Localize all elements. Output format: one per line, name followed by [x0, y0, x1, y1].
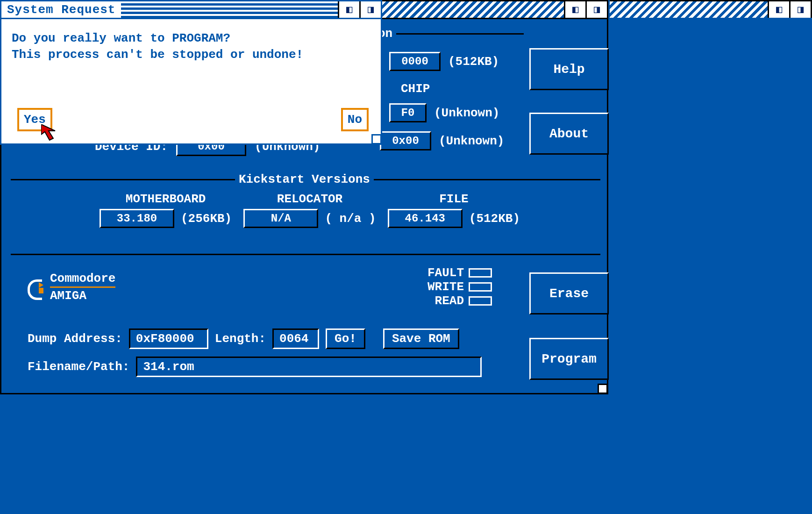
dialog-message: Do you really want to PROGRAM? This proc…	[1, 19, 381, 74]
led-write	[469, 282, 492, 292]
dialog-title-stripes	[121, 1, 338, 18]
kick-rel-size: ( n/a )	[325, 212, 376, 226]
chip-desc: (Unknown)	[434, 106, 499, 120]
chip-value: F0	[389, 103, 427, 122]
filename-label: Filename/Path:	[28, 360, 129, 374]
kick-mb-value: 33.180	[100, 209, 174, 228]
dialog-line2: This process can't be stopped or undone!	[12, 47, 370, 63]
kick-file-value: 46.143	[388, 209, 463, 228]
background-window-titlebar: ◧ ◨	[610, 0, 812, 18]
system-request-dialog: System Request ◧ ◨ Do you really want to…	[0, 0, 382, 145]
dialog-line1: Do you really want to PROGRAM?	[12, 30, 370, 47]
save-rom-button[interactable]: Save ROM	[383, 328, 459, 349]
bg-depth-back-icon[interactable]: ◧	[768, 1, 789, 18]
commodore-check-icon	[28, 279, 43, 295]
chip-label: CHIP	[401, 82, 430, 96]
dialog-depth-back-icon[interactable]: ◧	[338, 1, 359, 18]
svg-marker-0	[41, 124, 55, 140]
depth-front-icon[interactable]: ◨	[585, 1, 607, 18]
resize-gadget-icon[interactable]	[598, 384, 608, 394]
dialog-titlebar[interactable]: System Request ◧ ◨	[1, 1, 381, 19]
led-read-label: READ	[435, 294, 464, 308]
dump-len-label: Length:	[215, 332, 266, 346]
info-ex1-value: 0x00	[380, 131, 431, 150]
addr-value: 0000	[389, 52, 441, 71]
dialog-title: System Request	[1, 3, 121, 17]
info-ex1-desc: (Unknown)	[439, 134, 504, 148]
program-button[interactable]: Program	[529, 338, 609, 380]
commodore-logo: Commodore AMIGA	[28, 271, 115, 303]
led-fault	[469, 268, 492, 278]
dump-addr-label: Dump Address:	[28, 332, 122, 346]
bottom-divider	[11, 254, 600, 255]
kick-group-label: Kickstart Versions	[235, 172, 374, 186]
depth-back-icon[interactable]: ◧	[564, 1, 585, 18]
dialog-resize-gadget-icon[interactable]	[371, 134, 382, 144]
go-button[interactable]: Go!	[326, 328, 365, 349]
kick-mb-label: MOTHERBOARD	[100, 192, 232, 206]
kick-rel-label: RELOCATOR	[243, 192, 376, 206]
titlebar-pattern	[610, 1, 768, 18]
kick-mb-size: (256KB)	[181, 212, 232, 226]
dump-len-input[interactable]: 0064	[272, 328, 319, 349]
kick-file-label: FILE	[388, 192, 520, 206]
erase-button[interactable]: Erase	[529, 272, 609, 314]
kick-rel-value: N/A	[243, 209, 318, 228]
led-write-label: WRITE	[427, 280, 464, 294]
dialog-depth-front-icon[interactable]: ◨	[359, 1, 381, 18]
dialog-no-button[interactable]: No	[341, 108, 369, 131]
logo-line2: AMIGA	[50, 288, 115, 303]
logo-line1: Commodore	[50, 271, 115, 288]
dump-addr-input[interactable]: 0xF80000	[129, 328, 208, 349]
filename-input[interactable]: 314.rom	[136, 357, 482, 377]
led-read	[469, 296, 492, 306]
about-button[interactable]: About	[529, 113, 609, 155]
bg-depth-front-icon[interactable]: ◨	[789, 1, 811, 18]
help-button[interactable]: Help	[529, 48, 609, 90]
addr-size: (512KB)	[448, 55, 499, 69]
led-fault-label: FAULT	[427, 266, 464, 280]
kick-file-size: (512KB)	[469, 212, 520, 226]
